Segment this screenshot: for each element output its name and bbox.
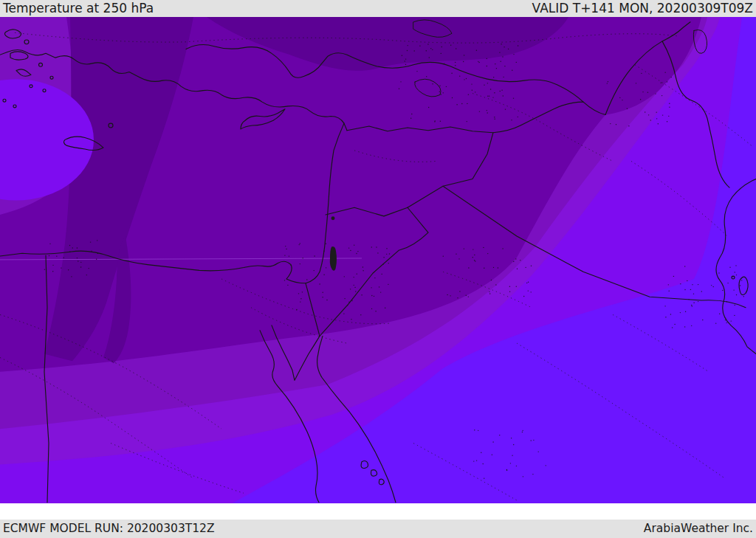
stipple-dot (456, 48, 456, 49)
stipple-dot (495, 63, 495, 64)
stipple-dot (455, 62, 456, 63)
stipple-dot (478, 62, 479, 63)
stipple-dot (658, 123, 659, 124)
stipple-dot (427, 44, 428, 44)
valid-time-label: VALID T+141 MON, 20200309T09Z (532, 2, 753, 15)
stipple-dot (532, 474, 533, 475)
stipple-dot (608, 81, 608, 82)
stipple-dot (429, 57, 430, 58)
stipple-dot (362, 270, 363, 271)
stipple-dot (503, 95, 504, 96)
stipple-dot (641, 73, 642, 74)
stipple-dot (715, 323, 716, 324)
stipple-dot (439, 92, 440, 92)
stipple-dot (464, 79, 464, 80)
stipple-dot (481, 452, 481, 453)
stipple-dot (426, 50, 427, 51)
stipple-dot (496, 68, 497, 69)
stipple-dot (531, 440, 532, 441)
stipple-dot (680, 312, 681, 313)
stipple-dot (430, 48, 431, 49)
stipple-dot (511, 438, 512, 438)
stipple-dot (456, 104, 457, 105)
stipple-dot (374, 277, 375, 278)
stipple-dot (389, 253, 390, 254)
stipple-dot (636, 83, 636, 83)
stipple-dot (473, 461, 474, 461)
stipple-dot (475, 261, 475, 261)
stipple-dot (351, 319, 351, 320)
stipple-dot (326, 244, 326, 244)
stipple-dot (385, 308, 385, 308)
stipple-dot (464, 55, 464, 55)
stipple-dot (386, 254, 387, 255)
stipple-dot (459, 76, 460, 77)
stipple-dot (513, 261, 514, 262)
stipple-dot (405, 58, 406, 59)
stipple-dot (506, 470, 507, 471)
stipple-dot (493, 267, 494, 268)
stipple-dot (508, 49, 509, 49)
stipple-dot (303, 258, 303, 258)
stipple-dot (531, 292, 532, 292)
stipple-dot (350, 289, 351, 289)
stipple-dot (468, 267, 469, 268)
stipple-dot (286, 249, 286, 249)
stipple-dot (502, 248, 503, 249)
stipple-dot (489, 96, 489, 97)
stipple-dot (622, 100, 622, 100)
stipple-dot (490, 89, 491, 89)
stipple-dot (674, 324, 675, 325)
stipple-dot (414, 50, 415, 51)
stipple-dot (493, 77, 494, 77)
stipple-dot (407, 50, 408, 51)
stipple-dot (702, 320, 703, 320)
stipple-dot (479, 111, 480, 111)
stipple-dot (513, 54, 514, 55)
stipple-dot (711, 285, 712, 286)
stipple-dot (376, 246, 377, 247)
stipple-dot (432, 83, 433, 84)
stipple-dot (647, 92, 648, 92)
stipple-dot (670, 314, 671, 314)
stipple-dot (667, 81, 667, 82)
stipple-dot (719, 314, 720, 314)
stipple-dot (478, 61, 478, 62)
stipple-dot (299, 244, 300, 245)
stipple-dot (693, 303, 694, 303)
stipple-dot (691, 325, 692, 326)
stipple-dot (522, 432, 523, 432)
stipple-dot (360, 314, 361, 315)
stipple-dot (56, 255, 57, 256)
stipple-dot (314, 255, 315, 256)
stipple-dot (463, 61, 464, 62)
stipple-dot (642, 92, 643, 92)
stipple-dot (727, 283, 728, 283)
stipple-dot (489, 292, 489, 292)
stipple-dot (528, 290, 529, 291)
stipple-dot (501, 44, 501, 44)
stipple-dot (52, 271, 53, 272)
stipple-dot (357, 251, 358, 252)
stipple-dot (509, 291, 510, 292)
stipple-dot (419, 45, 420, 46)
stipple-dot (379, 286, 379, 287)
stipple-dot (443, 92, 444, 93)
stipple-dot (733, 289, 734, 290)
stipple-dot (648, 114, 649, 115)
stipple-dot (512, 70, 512, 71)
stipple-dot (627, 108, 628, 109)
stipple-dot (356, 253, 357, 254)
stipple-dot (538, 451, 539, 452)
stipple-dot (314, 270, 315, 271)
stipple-dot (435, 120, 436, 121)
stipple-dot (487, 253, 488, 254)
stipple-dot (350, 250, 351, 251)
stipple-dot (665, 317, 666, 317)
stipple-dot (698, 284, 698, 285)
stipple-dot (487, 112, 488, 113)
stipple-dot (698, 301, 698, 302)
stipple-dot (377, 252, 378, 253)
sea-of-galilee (331, 216, 335, 220)
stipple-dot (302, 292, 303, 292)
